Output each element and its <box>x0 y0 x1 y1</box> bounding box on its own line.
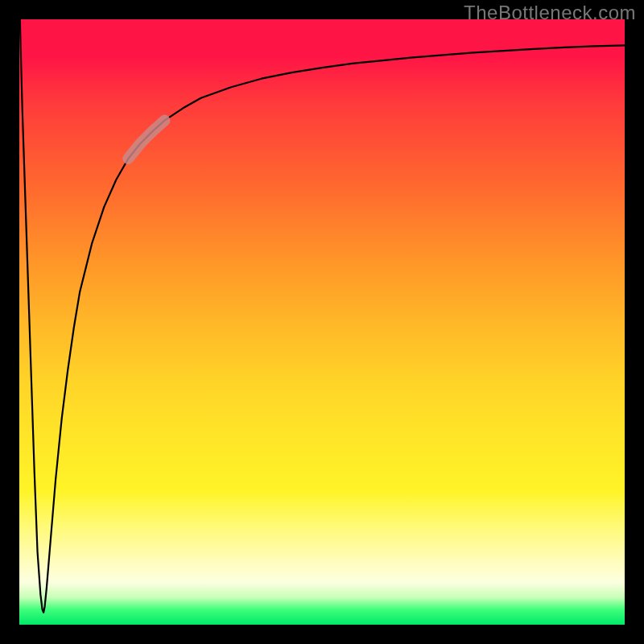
chart-curve <box>19 19 625 625</box>
chart-plot-area <box>19 19 625 625</box>
watermark: TheBottleneck.com <box>464 2 636 24</box>
